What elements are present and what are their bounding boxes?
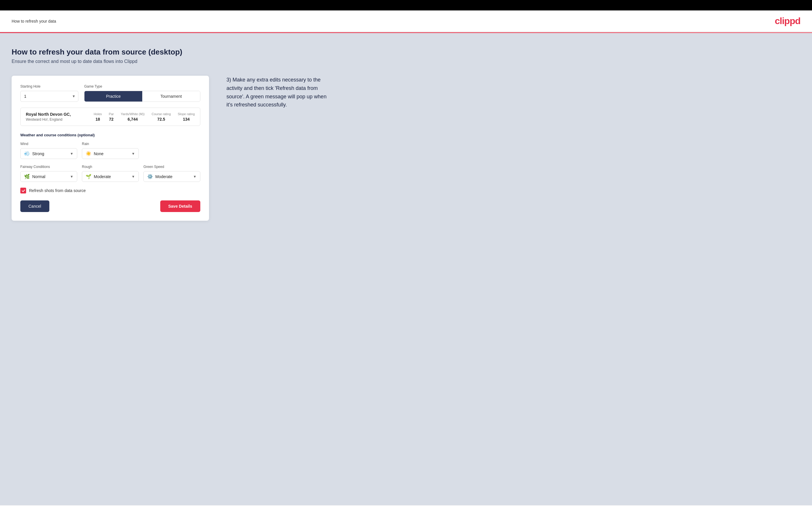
starting-hole-row: Starting Hole 1 ▼ Game Type Practice Tou…	[20, 84, 200, 102]
holes-value: 18	[94, 117, 102, 121]
par-value: 72	[109, 117, 114, 121]
game-type-toggle: Practice Tournament	[84, 91, 200, 102]
rain-label: Rain	[82, 142, 139, 146]
page-subheading: Ensure the correct and most up to date d…	[12, 59, 800, 64]
yards-stat: Yards/White (M)) 6,744	[121, 112, 145, 121]
slope-rating-label: Slope rating	[178, 112, 195, 116]
refresh-checkbox-row: Refresh shots from data source	[20, 188, 200, 193]
holes-label: Holes	[94, 112, 102, 116]
green-speed-chevron-icon: ▼	[193, 175, 197, 179]
fairway-select[interactable]: 🌿 Normal ▼	[20, 171, 77, 182]
save-button[interactable]: Save Details	[160, 201, 201, 212]
course-rating-stat: Course rating 72.5	[152, 112, 171, 121]
practice-button[interactable]: Practice	[85, 91, 142, 102]
rough-group: Rough 🌱 Moderate ▼	[82, 165, 139, 182]
wind-group: Wind 💨 Strong ▼	[20, 142, 77, 159]
slope-rating-stat: Slope rating 134	[178, 112, 195, 121]
header-title: How to refresh your data	[12, 19, 56, 23]
starting-hole-select-wrapper: 1 ▼	[20, 91, 79, 102]
content-row: Starting Hole 1 ▼ Game Type Practice Tou…	[12, 76, 800, 221]
rain-select[interactable]: ☀️ None ▼	[82, 148, 139, 159]
wind-chevron-icon: ▼	[70, 152, 73, 156]
course-rating-value: 72.5	[152, 117, 171, 121]
cancel-button[interactable]: Cancel	[20, 201, 49, 212]
rough-label: Rough	[82, 165, 139, 169]
form-card: Starting Hole 1 ▼ Game Type Practice Tou…	[12, 76, 209, 221]
course-rating-label: Course rating	[152, 112, 171, 116]
fairway-icon: 🌿	[24, 174, 30, 179]
fairway-chevron-icon: ▼	[70, 175, 73, 179]
page-heading: How to refresh your data from source (de…	[12, 48, 800, 57]
course-name: Royal North Devon GC,	[26, 112, 71, 117]
top-bar	[0, 0, 812, 10]
game-type-label: Game Type	[84, 84, 200, 89]
main-content: How to refresh your data from source (de…	[0, 33, 812, 505]
fairway-rough-green-row: Fairway Conditions 🌿 Normal ▼ Rough 🌱 Mo…	[20, 165, 200, 182]
tournament-button[interactable]: Tournament	[142, 91, 200, 102]
side-note-text: 3) Make any extra edits necessary to the…	[226, 76, 331, 109]
slope-rating-value: 134	[178, 117, 195, 121]
green-speed-icon: ⚙️	[147, 174, 153, 179]
rough-value: Moderate	[94, 174, 132, 179]
course-name-block: Royal North Devon GC, Westward Ho!, Engl…	[26, 112, 71, 121]
rough-icon: 🌱	[86, 174, 92, 179]
action-row: Cancel Save Details	[20, 201, 200, 212]
rain-icon: ☀️	[86, 151, 92, 156]
game-type-group: Game Type Practice Tournament	[84, 84, 200, 102]
refresh-checkbox-label: Refresh shots from data source	[29, 188, 86, 193]
starting-hole-group: Starting Hole 1 ▼	[20, 84, 79, 102]
green-speed-select[interactable]: ⚙️ Moderate ▼	[143, 171, 200, 182]
wind-rain-row: Wind 💨 Strong ▼ Rain ☀️ None ▼	[20, 142, 200, 159]
green-speed-value: Moderate	[155, 174, 193, 179]
rain-value: None	[94, 152, 132, 156]
yards-value: 6,744	[121, 117, 145, 121]
rain-chevron-icon: ▼	[132, 152, 135, 156]
conditions-label: Weather and course conditions (optional)	[20, 133, 200, 137]
fairway-value: Normal	[32, 174, 70, 179]
side-note: 3) Make any extra edits necessary to the…	[226, 76, 331, 109]
course-info-box: Royal North Devon GC, Westward Ho!, Engl…	[20, 108, 200, 126]
green-speed-label: Green Speed	[143, 165, 200, 169]
green-speed-group: Green Speed ⚙️ Moderate ▼	[143, 165, 200, 182]
wind-icon: 💨	[24, 151, 30, 156]
rough-chevron-icon: ▼	[132, 175, 135, 179]
starting-hole-label: Starting Hole	[20, 84, 79, 89]
course-stats: Holes 18 Par 72 Yards/White (M)) 6,744 C…	[94, 112, 195, 121]
footer: Copyright Clippd 2022	[0, 505, 812, 507]
rain-group: Rain ☀️ None ▼	[82, 142, 139, 159]
logo: clippd	[775, 16, 800, 26]
course-location: Westward Ho!, England	[26, 117, 71, 121]
par-label: Par	[109, 112, 114, 116]
holes-stat: Holes 18	[94, 112, 102, 121]
fairway-label: Fairway Conditions	[20, 165, 77, 169]
rough-select[interactable]: 🌱 Moderate ▼	[82, 171, 139, 182]
empty-col	[143, 142, 200, 159]
yards-label: Yards/White (M))	[121, 112, 145, 116]
par-stat: Par 72	[109, 112, 114, 121]
header: How to refresh your data clippd	[0, 10, 812, 32]
wind-label: Wind	[20, 142, 77, 146]
starting-hole-select[interactable]: 1	[20, 91, 79, 102]
refresh-checkbox[interactable]	[20, 188, 26, 193]
wind-select[interactable]: 💨 Strong ▼	[20, 148, 77, 159]
wind-value: Strong	[32, 152, 70, 156]
fairway-group: Fairway Conditions 🌿 Normal ▼	[20, 165, 77, 182]
